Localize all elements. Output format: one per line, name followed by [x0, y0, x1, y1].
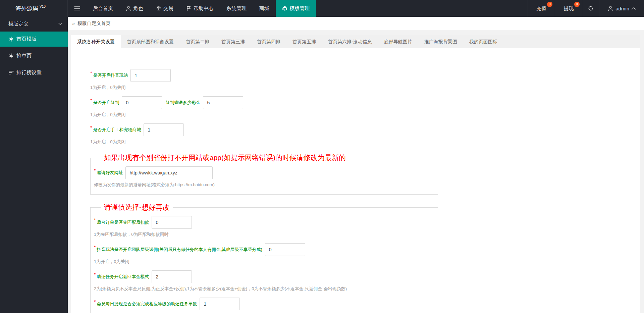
chevron-down-icon [58, 23, 62, 25]
signin-enabled-input[interactable] [122, 96, 162, 109]
page-title: 模版自定义首页 [77, 20, 110, 27]
required-asterisk: * [94, 299, 96, 304]
settings-form: * 是否开启抖音玩法 1为开启，0为关闭 * 是否开启签到 签到赠送多少彩金 1… [71, 48, 640, 313]
required-asterisk: * [90, 70, 92, 76]
nav-trade[interactable]: 交易 [150, 0, 180, 17]
field-label: 会员每日提现是否必须完成相应等级的助还任务单数 [97, 301, 197, 307]
tab-bar: 系统各种开关设置 首页顶部图和弹窗设置 首页第二排 首页第三排 首页第四排 首页… [71, 35, 640, 48]
nav-home[interactable]: 后台首页 [87, 0, 119, 17]
field-hint: 1为先匹配后扣款，0为匹配和扣款同时 [94, 231, 434, 238]
required-asterisk: * [90, 98, 92, 103]
nav-template-management[interactable]: 模版管理 [276, 0, 316, 17]
recharge-button[interactable]: 充值 0 [528, 0, 555, 17]
form-field-withdraw-task-requirement: * 会员每日提现是否必须完成相应等级的助还任务单数 1为开启，0为关闭(只要完成… [94, 298, 434, 313]
user-icon [126, 6, 131, 11]
sidebar-item-ranking-settings[interactable]: 排行榜设置 [0, 65, 68, 80]
team-commission-input[interactable] [265, 243, 305, 256]
refresh-icon [588, 6, 593, 11]
tab-home-row-3[interactable]: 首页第三排 [215, 35, 251, 48]
tab-system-switches[interactable]: 系统各种开关设置 [71, 35, 121, 48]
field-hint: 修改为发你的最新的邀请网址(格式必须为:https://m.baidu.com) [94, 182, 434, 188]
handmade-pet-mall-input[interactable] [144, 123, 184, 136]
form-field-signin: * 是否开启签到 签到赠送多少彩金 1为开启，0为关闭 [90, 96, 633, 118]
nav-roles[interactable]: 角色 [119, 0, 150, 17]
user-menu[interactable]: admin [599, 0, 644, 17]
signin-bonus-input[interactable] [203, 96, 243, 109]
breadcrumb-separator: » [72, 20, 75, 26]
tab-my-page-icons[interactable]: 我的页面图标 [463, 35, 503, 48]
withdraw-task-requirement-input[interactable] [200, 298, 240, 310]
topbar-right: 充值 0 提现 0 admin [528, 0, 644, 17]
field-label: 是否开启抖音玩法 [93, 72, 128, 79]
field-label: 邀请好友网址 [97, 170, 123, 176]
withdraw-badge: 0 [574, 2, 580, 7]
principal-return-mode-input[interactable] [152, 270, 192, 283]
layers-icon [282, 6, 287, 11]
sidebar-item-home-template[interactable]: 首页模版 [0, 32, 68, 47]
tab-home-row-6-scroll-info[interactable]: 首页第六排-滚动信息 [322, 35, 378, 48]
username: admin [615, 6, 629, 11]
sidebar-item-grab-order-page[interactable]: 抢单页 [0, 48, 68, 63]
sidebar: 模版定义 首页模版 抢单页 排行榜设置 [0, 17, 68, 313]
required-asterisk: * [94, 168, 96, 173]
required-asterisk: * [94, 217, 96, 223]
sidebar-menu: 首页模版 抢单页 排行榜设置 [0, 31, 68, 80]
field-hint: 1为开启，0为关闭 [90, 112, 633, 118]
caution-legend: 请谨慎选择-想好再改 [101, 203, 173, 212]
tab-bottom-nav-images[interactable]: 底部导航图片 [378, 35, 418, 48]
nav-mall[interactable]: 商城 [253, 0, 276, 17]
page-body: 系统各种开关设置 首页顶部图和弹窗设置 首页第二排 首页第三排 首页第四排 首页… [68, 30, 644, 313]
tab-home-row-5[interactable]: 首页第五排 [286, 35, 322, 48]
hamburger-icon [74, 6, 80, 11]
field-hint: 2为(余额为负不反本金只反佣,为正反本金+反佣),1为不管余额多少(返本金+佣金… [94, 286, 434, 292]
form-field-team-commission: * 抖音玩法是否开启团队层级返佣(关闭后只有做任务的本人有佣金,其他层级不享受分… [94, 243, 434, 265]
field-label: 是否开启签到 [93, 100, 119, 106]
form-field-douyin-enabled: * 是否开启抖音玩法 1为开启，0为关闭 [90, 69, 633, 91]
withdraw-button[interactable]: 提现 0 [555, 0, 582, 17]
field-label: 抖音玩法是否开启团队层级返佣(关闭后只有做任务的本人有佣金,其他层级不享受分成) [97, 247, 262, 253]
form-field-invite-url: * 邀请好友网址 修改为发你的最新的邀请网址(格式必须为:https://m.b… [94, 166, 434, 188]
field-hint: 1为开启，0为关闭 [90, 85, 633, 91]
field-label: 后台订单是否先匹配后扣款 [97, 219, 149, 225]
top-navigation: 后台首页 角色 交易 帮助中心 系统管理 商城 [87, 0, 316, 17]
sidebar-group-template-define[interactable]: 模版定义 [0, 17, 68, 31]
asterisk-icon [9, 37, 14, 42]
ranking-icon [9, 70, 14, 75]
field-hint: 1为开启，0为关闭 [94, 259, 434, 265]
field-label: 是否开启手工和宠物商城 [93, 127, 141, 133]
brand: 海外源码 V10 [0, 0, 68, 17]
field-hint: 1为开启，0为关闭 [90, 139, 633, 145]
flag-icon [186, 6, 192, 11]
tab-top-image-popup[interactable]: 首页顶部图和弹窗设置 [121, 35, 180, 48]
form-field-handmade-pet-mall: * 是否开启手工和宠物商城 1为开启，0为关闭 [90, 123, 633, 145]
network-fix-fieldset: 如果出现有个别省份打不开网站或app(如提示网络错误)的时候请修改为最新的 * … [90, 153, 438, 195]
invite-url-input[interactable] [125, 166, 213, 179]
tab-home-row-2[interactable]: 首页第二排 [180, 35, 215, 48]
field-label: 助还任务开启返回本金模式 [97, 274, 149, 280]
required-asterisk: * [90, 125, 92, 130]
required-asterisk: * [94, 272, 96, 277]
main-content: » 模版自定义首页 系统各种开关设置 首页顶部图和弹窗设置 首页第二排 首页第三… [68, 17, 644, 313]
tab-home-row-4[interactable]: 首页第四排 [251, 35, 286, 48]
user-icon [608, 6, 613, 11]
network-fix-legend: 如果出现有个别省份打不开网站或app(如提示网络错误)的时候请修改为最新的 [101, 153, 349, 162]
refresh-button[interactable] [582, 0, 599, 17]
form-field-match-before-deduct: * 后台订单是否先匹配后扣款 1为先匹配后扣款，0为匹配和扣款同时 [94, 216, 434, 238]
brand-version: V10 [40, 5, 46, 8]
top-bar: 海外源码 V10 后台首页 角色 交易 帮助中心 [0, 0, 644, 17]
match-before-deduct-input[interactable] [152, 216, 192, 229]
douyin-enabled-input[interactable] [130, 69, 171, 82]
scales-icon [156, 6, 161, 11]
nav-system-management[interactable]: 系统管理 [220, 0, 253, 17]
nav-help-center[interactable]: 帮助中心 [180, 0, 220, 17]
required-asterisk: * [94, 245, 96, 250]
brand-name: 海外源码 [15, 5, 38, 12]
menu-toggle-button[interactable] [68, 0, 87, 17]
field-label-signin-bonus: 签到赠送多少彩金 [165, 100, 200, 106]
tab-promo-poster-bg[interactable]: 推广海报背景图 [418, 35, 463, 48]
breadcrumb: » 模版自定义首页 [68, 17, 644, 30]
asterisk-icon [9, 53, 14, 58]
chevron-up-icon [632, 7, 636, 10]
caution-fieldset: 请谨慎选择-想好再改 * 后台订单是否先匹配后扣款 1为先匹配后扣款，0为匹配和… [90, 203, 438, 313]
form-field-principal-return-mode: * 助还任务开启返回本金模式 2为(余额为负不反本金只反佣,为正反本金+反佣),… [94, 270, 434, 292]
